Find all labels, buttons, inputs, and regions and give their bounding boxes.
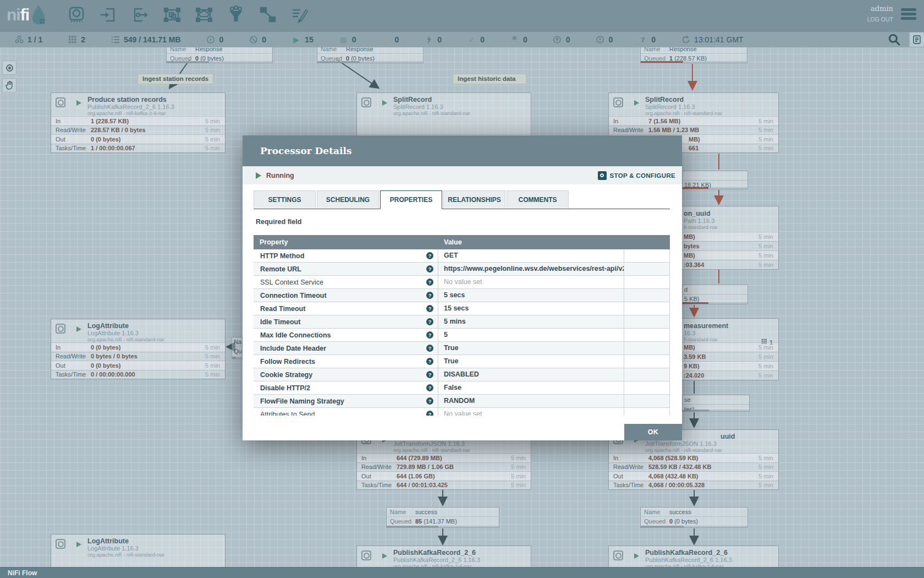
current-user: admin bbox=[871, 4, 893, 13]
help-icon[interactable]: ? bbox=[426, 279, 433, 286]
property-row[interactable]: Remote URL?https://www.pegelonline.wsv.d… bbox=[254, 263, 670, 276]
connection-queued: Qu bbox=[234, 347, 242, 356]
property-row[interactable]: SSL Context Service?No value set bbox=[254, 276, 670, 289]
stat-row: Read/Write0 bytes / 0 bytes5 min bbox=[51, 352, 225, 361]
input-port-icon[interactable] bbox=[99, 6, 118, 24]
help-icon[interactable]: ? bbox=[426, 384, 433, 391]
property-value: 5 bbox=[438, 329, 624, 341]
property-name: FlowFile Naming Strategy? bbox=[254, 395, 438, 407]
help-icon[interactable]: ? bbox=[426, 292, 433, 299]
property-row[interactable]: HTTP Method?GET bbox=[254, 249, 670, 263]
property-row[interactable]: Follow Redirects?True bbox=[254, 355, 670, 368]
connection-queued-label: Queued bbox=[644, 517, 669, 526]
stat-row: In4,068 (528.59 KB)5 min bbox=[609, 453, 778, 462]
connection-success-right[interactable]: NamesuccessQueued0 (0 bytes) bbox=[640, 507, 748, 528]
properties-table-body: HTTP Method?GETRemote URL?https://www.pe… bbox=[254, 249, 670, 416]
property-row[interactable]: FlowFile Naming Strategy?RANDOM bbox=[254, 395, 670, 408]
remote-process-group-icon[interactable] bbox=[195, 6, 213, 24]
processor-type: JoltTransformJSON 1.16.3 bbox=[645, 440, 775, 447]
panel-toggle-button[interactable] bbox=[909, 32, 924, 47]
property-value: 5 mins bbox=[438, 315, 624, 328]
transmitting-icon bbox=[206, 35, 216, 45]
property-row[interactable]: Read Timeout?15 secs bbox=[254, 302, 670, 315]
logout-link[interactable]: LOG OUT bbox=[867, 16, 893, 23]
statusbar-count: 0 bbox=[219, 35, 224, 44]
statusbar-count: 15 bbox=[305, 35, 314, 44]
processor-bundle: org.apache.nifi - nifi-standard-nar bbox=[393, 447, 527, 453]
property-name: Remote URL? bbox=[254, 263, 438, 275]
stop-and-configure-button[interactable]: STOP & CONFIGURE bbox=[598, 171, 675, 180]
tab-properties[interactable]: PROPERTIES bbox=[380, 190, 442, 209]
help-icon[interactable]: ? bbox=[426, 305, 433, 312]
connection-fragment-queue-3[interactable]: setes) bbox=[682, 395, 750, 412]
running-indicator-icon bbox=[76, 100, 81, 106]
property-value: 15 secs bbox=[438, 302, 624, 315]
help-icon[interactable]: ? bbox=[426, 318, 433, 325]
help-icon[interactable]: ? bbox=[426, 331, 433, 339]
funnel-icon[interactable] bbox=[227, 6, 245, 24]
process-group-icon[interactable] bbox=[163, 6, 182, 24]
processor-name: PublishKafkaRecord_2_6 bbox=[393, 549, 527, 557]
label-icon[interactable] bbox=[290, 6, 309, 24]
property-row[interactable]: Idle Timeout?5 mins bbox=[254, 315, 670, 329]
tab-settings[interactable]: SETTINGS bbox=[254, 190, 316, 208]
help-icon[interactable]: ? bbox=[426, 371, 433, 378]
property-row[interactable]: Disable HTTP/2?False bbox=[254, 381, 670, 395]
connection-success-mid[interactable]: NamesuccessQueued85 (141.37 MB) bbox=[386, 507, 499, 528]
breadcrumb[interactable]: NiFi Flow bbox=[0, 569, 37, 577]
not-transmitting-icon bbox=[249, 35, 258, 45]
property-row[interactable]: Cookie Strategy?DISABLED bbox=[254, 368, 670, 381]
operate-palette-button[interactable] bbox=[2, 78, 16, 92]
flow-label[interactable]: Ingest station records bbox=[138, 74, 213, 84]
processor-stats: In0 (0 bytes)5 minRead/Write0 bytes / 0 … bbox=[51, 342, 225, 379]
help-icon[interactable]: ? bbox=[426, 265, 433, 272]
ok-button[interactable]: OK bbox=[624, 424, 682, 440]
gear-icon bbox=[598, 171, 607, 180]
property-row[interactable]: Max Idle Connections?5 bbox=[254, 329, 670, 342]
help-icon[interactable]: ? bbox=[426, 397, 433, 405]
statusbar-count: 0 bbox=[395, 35, 399, 44]
processor-icon[interactable] bbox=[67, 6, 86, 24]
tab-scheduling[interactable]: SCHEDULING bbox=[317, 190, 379, 208]
stat-row: Tasks/Time4,068 / 00:00:05.3285 min bbox=[609, 481, 778, 490]
processor-fragment-measurement[interactable]: measurement16.3fi-standard-nar1MB)5 min3… bbox=[682, 318, 779, 380]
global-menu-icon[interactable] bbox=[901, 8, 916, 20]
search-icon[interactable] bbox=[887, 32, 901, 47]
connection-fragment-queue-2[interactable]: d5 KB) bbox=[682, 285, 748, 304]
last-refresh-time[interactable]: 13:01:41 GMT bbox=[681, 35, 744, 45]
running-icon: ▶ bbox=[292, 35, 301, 45]
stat-row: MB)5 min bbox=[682, 342, 778, 352]
property-row[interactable]: Include Date Header?True bbox=[254, 342, 670, 355]
flow-label[interactable]: Ingest historic data bbox=[453, 74, 526, 84]
processor-bundle: org.apache.nifi - nifi-kafka-2-6-nar bbox=[87, 110, 222, 116]
statusbar-item: 0 bbox=[553, 35, 570, 45]
tab-comments[interactable]: COMMENTS bbox=[507, 190, 569, 208]
stat-row: MB)5 min bbox=[682, 250, 778, 260]
stat-row: Read/Write1.56 MB / 1.23 MB5 min bbox=[609, 126, 778, 135]
navigate-palette-button[interactable] bbox=[2, 61, 16, 75]
statusbar-count: 0 bbox=[566, 35, 570, 44]
processor-logattribute-mid[interactable]: LogAttributeLogAttribute 1.16.3org.apach… bbox=[51, 319, 226, 379]
connection-fragment-queue-1[interactable]: 18.21 KB) bbox=[682, 171, 748, 189]
property-value: No value set bbox=[438, 408, 624, 416]
template-icon[interactable] bbox=[258, 6, 277, 24]
refresh-icon[interactable] bbox=[681, 35, 690, 45]
breadcrumb-bar: NiFi Flow bbox=[0, 567, 924, 578]
locally-modified-icon: * bbox=[510, 35, 519, 45]
help-icon[interactable]: ? bbox=[426, 252, 433, 259]
property-row[interactable]: Attributes to Send?No value set bbox=[254, 408, 670, 416]
help-icon[interactable]: ? bbox=[426, 345, 433, 352]
property-name: Idle Timeout? bbox=[254, 315, 438, 328]
processor-fragment-jsonpath[interactable]: on_uuidPath 1.16.3fi-standard-narMB)5 mi… bbox=[682, 206, 779, 270]
processor-name: PublishKafkaRecord_2_6 bbox=[645, 549, 775, 557]
help-icon[interactable]: ? bbox=[426, 411, 433, 416]
tab-relationships[interactable]: RELATIONSHIPS bbox=[443, 190, 505, 208]
output-port-icon[interactable] bbox=[131, 6, 150, 24]
connection-fragment-left[interactable]: NaQu bbox=[232, 337, 243, 359]
stat-row: MB)5 min bbox=[682, 232, 778, 241]
stat-row: Read/Write729.89 MB / 1.06 GB5 min bbox=[357, 462, 531, 472]
processor-produce-station-records[interactable]: Produce station recordsPublishKafkaRecor… bbox=[51, 92, 226, 153]
help-icon[interactable]: ? bbox=[426, 358, 433, 365]
invalid-icon: ⚠ bbox=[382, 35, 391, 45]
property-row[interactable]: Connection Timeout?5 secs bbox=[254, 289, 670, 302]
